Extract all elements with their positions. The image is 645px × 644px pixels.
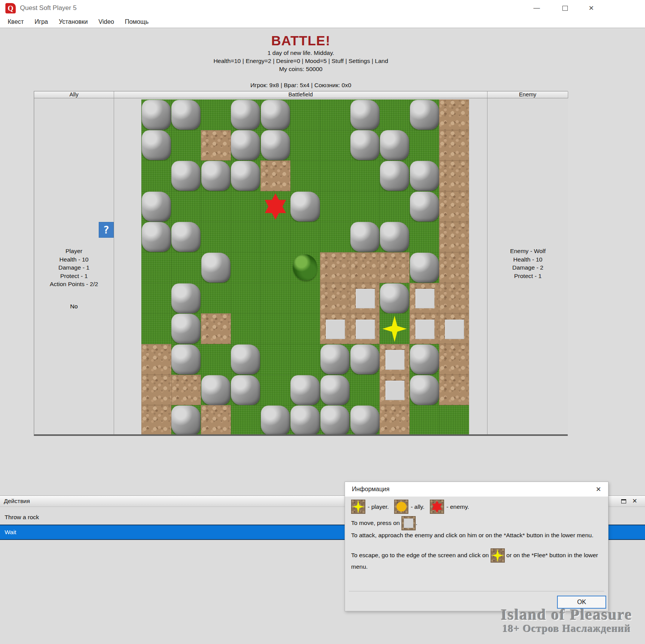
rock-tile (350, 405, 380, 434)
rock-tile (260, 99, 290, 130)
player-star-icon (351, 500, 365, 514)
move-target-tile[interactable] (410, 313, 439, 344)
grass-tile (290, 313, 320, 344)
grass-tile (141, 252, 171, 283)
close-button[interactable]: ✕ (583, 2, 599, 14)
rock-tile (171, 161, 201, 191)
escape-instruction: To escape, go to the edge of the screen … (351, 548, 602, 571)
enemy-marker-star-icon (263, 193, 288, 219)
dialog-close-icon[interactable]: ✕ (596, 485, 601, 493)
grass-tile (350, 191, 380, 222)
rock-tile (380, 283, 410, 314)
move-target-tile[interactable] (439, 313, 469, 344)
grass-tile (260, 313, 290, 344)
float-panel-icon[interactable] (621, 499, 626, 503)
grass-tile (380, 191, 410, 222)
dialog-title: Информация (352, 486, 390, 493)
battlefield-panel (114, 98, 487, 434)
rock-tile (380, 161, 410, 191)
menu-item-установки[interactable]: Установки (53, 18, 93, 25)
legend-item: - ally. (394, 500, 424, 514)
stats-links-line[interactable]: Health=10 | Energy=2 | Desire=0 | Mood=5… (0, 58, 602, 65)
ok-button[interactable]: OK (557, 596, 606, 609)
move-instruction-text: To move, press on (351, 520, 400, 526)
enemy-column-header: Enemy (487, 91, 568, 98)
move-square-icon (401, 516, 416, 530)
rock-tile (380, 130, 410, 161)
rock-tile (141, 191, 171, 222)
grass-tile (410, 222, 439, 253)
grass-tile (141, 283, 171, 314)
dirt-tile (201, 405, 231, 434)
enemy-marker[interactable] (260, 191, 290, 222)
rock-tile (171, 344, 201, 375)
grass-tile (320, 161, 350, 191)
grass-tile (320, 99, 350, 130)
rock-tile (350, 130, 380, 161)
move-instruction: To move, press on . (351, 516, 602, 530)
grass-tile (290, 283, 320, 314)
battlefield-map (141, 99, 469, 434)
dirt-tile (141, 405, 171, 434)
move-target-tile[interactable] (380, 375, 410, 406)
move-target-tile[interactable] (350, 313, 380, 344)
rock-tile (290, 375, 320, 406)
rock-tile (141, 130, 171, 161)
move-target-tile[interactable] (320, 313, 350, 344)
battlefield-column-header: Battlefield (114, 91, 487, 98)
grass-tile (171, 191, 201, 222)
rock-tile (201, 252, 231, 283)
rock-tile (290, 405, 320, 434)
grass-tile (231, 191, 261, 222)
dirt-tile (439, 283, 469, 314)
grass-tile (201, 222, 231, 253)
move-target-tile[interactable] (380, 344, 410, 375)
grass-tile (260, 222, 290, 253)
dirt-tile (439, 191, 469, 222)
grass-tile (320, 130, 350, 161)
dirt-tile (320, 252, 350, 283)
rock-tile (171, 405, 201, 434)
move-target-tile[interactable] (350, 283, 380, 314)
maximize-button[interactable] (557, 2, 573, 14)
rock-tile (350, 99, 380, 130)
dirt-tile (141, 375, 171, 406)
legend-label: - ally. (411, 503, 424, 510)
minimize-button[interactable]: — (529, 2, 545, 14)
dirt-tile (201, 313, 231, 344)
grass-tile (260, 375, 290, 406)
menu-bar: КвестИграУстановкиVideoПомощь (0, 16, 645, 28)
grass-tile (231, 283, 261, 314)
menu-item-video[interactable]: Video (93, 18, 119, 25)
player-stat-line: Health - 10 (34, 255, 114, 264)
rock-tile (410, 99, 439, 130)
dirt-tile (260, 161, 290, 191)
player-stat-line: Action Points - 2/2 (34, 280, 114, 288)
grass-tile (231, 313, 261, 344)
menu-item-помощь[interactable]: Помощь (119, 18, 154, 25)
close-panel-icon[interactable]: ✕ (632, 498, 637, 504)
player-stat-line: Player (34, 247, 114, 255)
move-target-tile[interactable] (410, 283, 439, 314)
grass-tile (201, 283, 231, 314)
ally-column-header: Ally (34, 91, 114, 98)
rock-tile (141, 99, 171, 130)
enemy-stat-line: Health - 10 (487, 255, 568, 264)
grass-tile (260, 344, 290, 375)
dirt-tile (320, 283, 350, 314)
help-question-icon[interactable]: ? (99, 222, 114, 238)
player-marker[interactable] (380, 313, 410, 344)
rock-tile (171, 99, 201, 130)
menu-item-квест[interactable]: Квест (2, 18, 29, 25)
battle-heading: BATTLE! (0, 33, 602, 48)
rock-tile (231, 161, 261, 191)
rock-tile (380, 222, 410, 253)
move-instruction-period: . (416, 520, 417, 526)
menu-item-игра[interactable]: Игра (29, 18, 53, 25)
dirt-tile (439, 222, 469, 253)
dirt-tile (439, 375, 469, 406)
enemy-stats-block: Enemy - WolfHealth - 10Damage - 2Protect… (487, 247, 568, 280)
window-title: Quest Soft Player 5 (20, 4, 76, 12)
tree-tile (290, 252, 320, 283)
rock-tile (410, 252, 439, 283)
